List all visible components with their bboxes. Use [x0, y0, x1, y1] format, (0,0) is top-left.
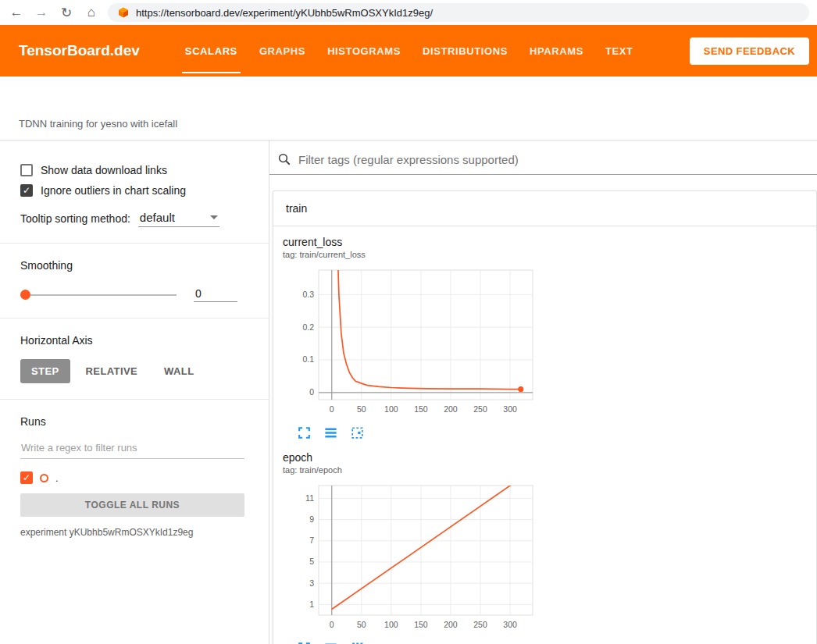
run-checkbox-checked-icon[interactable]: ✓ [20, 471, 33, 484]
chart-title: epoch [283, 451, 542, 464]
svg-text:0.1: 0.1 [302, 354, 314, 364]
svg-text:3: 3 [309, 578, 314, 588]
svg-text:5: 5 [309, 557, 314, 566]
axis-wall-button[interactable]: WALL [153, 359, 205, 383]
svg-text:150: 150 [414, 404, 428, 414]
back-icon[interactable]: ← [8, 5, 25, 20]
chart-card-current-loss: current_loss tag: train/current_loss 050… [283, 236, 542, 440]
svg-text:0: 0 [330, 404, 334, 414]
header-tabs: SCALARS GRAPHS HISTOGRAMS DISTRIBUTIONS … [174, 25, 644, 76]
svg-text:100: 100 [384, 620, 398, 629]
svg-text:9: 9 [309, 514, 314, 524]
line-chart-epoch[interactable]: 0501001502002503001357911 [283, 481, 541, 635]
tooltip-sorting-row: Tooltip sorting method: default [20, 211, 248, 227]
app-header: TensorBoard.dev SCALARS GRAPHS HISTOGRAM… [0, 25, 817, 76]
svg-text:150: 150 [414, 620, 428, 629]
log-scale-icon[interactable] [323, 425, 338, 440]
toggle-all-runs-button[interactable]: TOGGLE ALL RUNS [20, 493, 244, 517]
send-feedback-button[interactable]: SEND FEEDBACK [690, 37, 809, 65]
chart-tag: tag: train/current_loss [283, 250, 542, 259]
tab-hparams[interactable]: HPARAMS [519, 25, 594, 76]
log-scale-icon[interactable] [323, 641, 338, 644]
svg-text:1: 1 [309, 600, 314, 609]
line-chart-current-loss[interactable]: 05010015020025030000.10.20.3 [283, 265, 541, 420]
checkbox-label: Ignore outliers in chart scaling [41, 184, 186, 197]
address-bar[interactable]: https://tensorboard.dev/experiment/yKUbh… [108, 3, 809, 22]
svg-text:200: 200 [444, 404, 458, 414]
expand-icon[interactable] [297, 641, 312, 644]
app-logo: TensorBoard.dev [19, 42, 140, 59]
scalars-main: train current_loss tag: train/current_lo… [269, 141, 817, 644]
train-section-header[interactable]: train [273, 191, 816, 226]
svg-text:0.3: 0.3 [302, 290, 314, 299]
expand-icon[interactable] [297, 425, 312, 440]
horizontal-axis-buttons: STEP RELATIVE WALL [20, 359, 248, 383]
svg-text:11: 11 [305, 493, 314, 503]
settings-sidebar: Show data download links ✓ Ignore outlie… [0, 141, 269, 644]
tab-histograms[interactable]: HISTOGRAMS [316, 25, 412, 76]
charts-grid: current_loss tag: train/current_loss 050… [273, 226, 816, 644]
show-download-links-checkbox[interactable]: Show data download links [20, 164, 248, 176]
tab-scalars[interactable]: SCALARS [174, 25, 248, 76]
divider [0, 318, 269, 318]
experiment-strip: TDNN training for yesno with icefall [0, 76, 817, 141]
checkbox-unchecked-icon [20, 164, 33, 176]
runs-filter-input[interactable] [20, 437, 244, 459]
fit-domain-icon[interactable] [350, 641, 365, 644]
chevron-down-icon [210, 215, 218, 219]
run-list-item[interactable]: ✓ . [20, 471, 248, 484]
run-color-swatch-icon [40, 474, 48, 482]
axis-relative-button[interactable]: RELATIVE [75, 359, 149, 383]
axis-step-button[interactable]: STEP [20, 359, 70, 383]
smoothing-label: Smoothing [20, 259, 248, 272]
url-text: https://tensorboard.dev/experiment/yKUbh… [136, 7, 433, 19]
chart-toolbar [297, 641, 542, 644]
tag-filter-row [269, 141, 817, 175]
svg-text:300: 300 [503, 620, 517, 629]
chart-card-epoch: epoch tag: train/epoch 05010015020025030… [283, 451, 542, 644]
smoothing-slider[interactable] [20, 290, 177, 301]
horizontal-axis-label: Horizontal Axis [20, 334, 248, 347]
divider [0, 399, 269, 400]
home-icon[interactable]: ⌂ [83, 5, 100, 20]
svg-text:0: 0 [330, 620, 334, 629]
run-name: . [55, 472, 59, 484]
tooltip-sorting-label: Tooltip sorting method: [20, 212, 130, 227]
slider-thumb[interactable] [20, 290, 30, 300]
tensorboard-favicon-icon [117, 6, 130, 19]
tooltip-sorting-value: default [140, 211, 175, 224]
tab-text[interactable]: TEXT [594, 25, 644, 76]
smoothing-slider-row: 0 [20, 287, 248, 302]
forward-icon[interactable]: → [33, 5, 50, 20]
svg-text:100: 100 [384, 404, 398, 414]
fit-domain-icon[interactable] [350, 425, 365, 440]
checkbox-checked-icon: ✓ [20, 184, 33, 197]
tab-distributions[interactable]: DISTRIBUTIONS [412, 25, 519, 76]
slider-track [20, 294, 177, 296]
svg-text:50: 50 [357, 620, 366, 629]
svg-text:0.2: 0.2 [302, 322, 314, 332]
svg-text:0: 0 [309, 387, 314, 397]
tag-filter-input[interactable] [298, 153, 805, 166]
svg-text:250: 250 [473, 404, 487, 414]
chart-title: current_loss [283, 236, 542, 248]
divider [0, 243, 269, 244]
runs-label: Runs [20, 415, 248, 428]
reload-icon[interactable]: ↻ [58, 5, 75, 21]
smoothing-value-field[interactable]: 0 [194, 287, 237, 302]
svg-text:50: 50 [357, 404, 366, 414]
ignore-outliers-checkbox[interactable]: ✓ Ignore outliers in chart scaling [20, 184, 248, 197]
experiment-description: TDNN training for yesno with icefall [19, 118, 177, 130]
train-section-card: train current_loss tag: train/current_lo… [273, 190, 817, 644]
tooltip-sorting-select[interactable]: default [138, 211, 219, 227]
browser-toolbar: ← → ↻ ⌂ https://tensorboard.dev/experime… [0, 0, 817, 25]
experiment-id-text: experiment yKUbhb5wRmOSXYkId1z9eg [20, 527, 248, 538]
svg-text:7: 7 [309, 535, 314, 545]
checkbox-label: Show data download links [41, 164, 167, 176]
svg-text:250: 250 [473, 620, 487, 629]
chart-toolbar [297, 425, 542, 440]
search-icon [277, 152, 291, 166]
svg-text:300: 300 [503, 404, 517, 414]
tab-graphs[interactable]: GRAPHS [248, 25, 316, 76]
svg-text:200: 200 [444, 620, 458, 629]
